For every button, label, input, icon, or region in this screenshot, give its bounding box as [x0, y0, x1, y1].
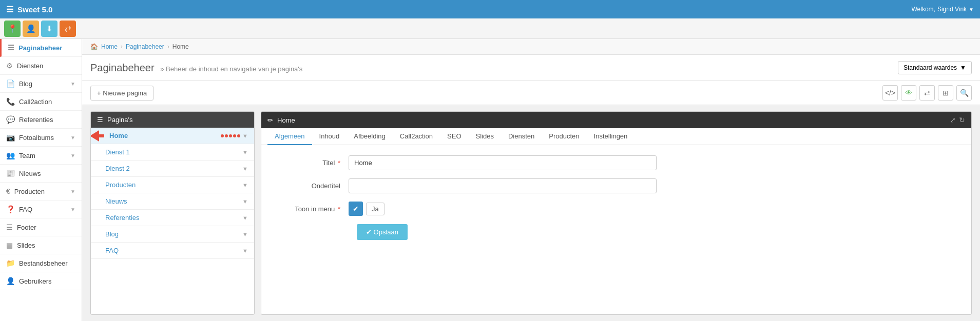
sidebar-item-footer[interactable]: ☰ Footer — [0, 218, 82, 236]
page-item-nieuws[interactable]: Nieuws ▼ — [91, 193, 254, 210]
dienst2-arrow[interactable]: ▼ — [242, 166, 248, 172]
sidebar-item-diensten[interactable]: ⚙ Diensten — [0, 57, 82, 75]
page-item-referenties-label: Referenties — [105, 214, 139, 222]
tab-inhoud[interactable]: Inhoud — [312, 128, 347, 145]
toolbar: + Nieuwe pagina </> 👁 ⇄ ⊞ 🔍 — [82, 81, 980, 105]
content-area: 🏠 Home › Paginabeheer › Home Paginabehee… — [82, 39, 980, 321]
sidebar-item-bestandsbeheer[interactable]: 📁 Bestandsbeheer — [0, 254, 82, 272]
icon-btn-location[interactable]: 📍 — [4, 21, 21, 37]
new-page-label: + Nieuwe pagina — [97, 89, 147, 97]
sidebar-label-paginabeheer: Paginabeheer — [18, 44, 62, 52]
bestandsbeheer-icon: 📁 — [6, 259, 15, 267]
page-item-dienst2-label: Dienst 2 — [105, 165, 130, 172]
form-body: Titel * Ondertitel Toon in menu — [261, 145, 971, 314]
icon-btn-user[interactable]: 👤 — [23, 21, 39, 37]
referenties-arrow[interactable]: ▼ — [242, 215, 248, 221]
sidebar-label-diensten: Diensten — [17, 62, 43, 70]
tab-instellingen[interactable]: Instellingen — [587, 128, 635, 145]
nieuws-arrow[interactable]: ▼ — [242, 198, 248, 205]
sidebar: ☰ Paginabeheer ⚙ Diensten 📄 Blog ▼ 📞 Cal… — [0, 39, 82, 321]
referenties-icon: 💬 — [6, 115, 15, 124]
red-arrow — [91, 130, 104, 142]
page-item-dienst1[interactable]: Dienst 1 ▼ — [91, 144, 254, 161]
user-dropdown-caret[interactable]: ▼ — [969, 7, 974, 12]
sidebar-label-fotoalbums: Fotoalbums — [19, 134, 54, 142]
toon-in-menu-label: Toon in menu * — [277, 205, 349, 213]
breadcrumb-paginabeheer-link[interactable]: Paginabeheer — [126, 43, 164, 50]
icon-btn-share[interactable]: ⇄ — [60, 21, 76, 37]
faq-caret: ▼ — [70, 207, 75, 212]
faq-list-arrow[interactable]: ▼ — [242, 248, 248, 254]
icon-btn-download[interactable]: ⬇ — [41, 21, 57, 37]
sidebar-label-team: Team — [19, 152, 35, 159]
sidebar-item-fotoalbums[interactable]: 📷 Fotoalbums ▼ — [0, 129, 82, 147]
toolbar-tree-btn[interactable]: ⊞ — [938, 85, 953, 101]
panel-refresh-icon[interactable]: ↻ — [959, 116, 965, 124]
sidebar-item-blog[interactable]: 📄 Blog ▼ — [0, 75, 82, 93]
two-panel: ☰ Pagina's Home — [82, 105, 980, 321]
sidebar-label-gebruikers: Gebruikers — [19, 277, 52, 285]
tab-slides[interactable]: Slides — [469, 128, 501, 145]
page-item-nieuws-label: Nieuws — [105, 197, 127, 205]
dot-5 — [237, 134, 240, 137]
pages-header-title: Pagina's — [107, 116, 132, 124]
page-item-producten[interactable]: Producten ▼ — [91, 177, 254, 193]
ondertitel-input[interactable] — [349, 178, 657, 193]
fotoalbums-icon: 📷 — [6, 133, 15, 142]
tab-diensten[interactable]: Diensten — [501, 128, 542, 145]
pages-header-icon: ☰ — [97, 116, 103, 124]
toolbar-share-btn[interactable]: ⇄ — [919, 85, 935, 101]
form-group-titel: Titel * — [277, 155, 956, 170]
tab-seo[interactable]: SEO — [440, 128, 468, 145]
toon-in-menu-checkbox[interactable]: ✔ — [349, 202, 363, 216]
sidebar-item-call2action[interactable]: 📞 Call2action — [0, 93, 82, 111]
page-item-faq[interactable]: FAQ ▼ — [91, 243, 254, 259]
producten-arrow[interactable]: ▼ — [242, 182, 248, 188]
user-greeting-area[interactable]: Welkom, Sigrid Vink ▼ — [912, 6, 974, 13]
toolbar-search-btn[interactable]: 🔍 — [956, 85, 972, 101]
page-item-dienst2[interactable]: Dienst 2 ▼ — [91, 161, 254, 177]
tab-algemeen[interactable]: Algemeen — [267, 128, 312, 145]
tab-producten[interactable]: Producten — [542, 128, 586, 145]
page-item-home[interactable]: Home ▼ — [91, 128, 254, 144]
page-header: Paginabeheer » Beheer de inhoud en navig… — [82, 55, 980, 81]
sidebar-item-nieuws[interactable]: 📰 Nieuws — [0, 165, 82, 183]
edit-panel-header-left: ✏ Home — [267, 116, 295, 124]
tab-afbeelding[interactable]: Afbeelding — [347, 128, 392, 145]
edit-panel: ✏ Home ⤢ ↻ Algemeen Inhoud Afbeelding Ca… — [261, 111, 972, 315]
page-header-left: Paginabeheer » Beheer de inhoud en navig… — [90, 62, 302, 74]
user-name: Sigrid Vink — [937, 6, 967, 13]
panel-expand-icon[interactable]: ⤢ — [950, 116, 956, 124]
sidebar-item-producten[interactable]: € Producten ▼ — [0, 183, 82, 200]
app-title-area: ☰ Sweet 5.0 — [6, 5, 52, 14]
sidebar-item-team[interactable]: 👥 Team ▼ — [0, 147, 82, 165]
sidebar-item-paginabeheer[interactable]: ☰ Paginabeheer — [0, 39, 82, 57]
sidebar-item-slides[interactable]: ▤ Slides — [0, 236, 82, 254]
sidebar-item-faq[interactable]: ❓ FAQ ▼ — [0, 200, 82, 218]
tab-call2action[interactable]: Call2action — [393, 128, 440, 145]
new-page-button[interactable]: + Nieuwe pagina — [90, 86, 153, 101]
dienst1-arrow[interactable]: ▼ — [242, 149, 248, 155]
save-button[interactable]: ✔ Opslaan — [357, 224, 408, 240]
pages-list: Home ▼ — [91, 128, 254, 314]
icon-bar: 📍 👤 ⬇ ⇄ — [0, 18, 980, 39]
titel-input[interactable] — [349, 155, 657, 170]
dot-3 — [229, 134, 232, 137]
toolbar-eye-btn[interactable]: 👁 — [901, 85, 916, 101]
page-item-referenties[interactable]: Referenties ▼ — [91, 210, 254, 226]
sidebar-item-gebruikers[interactable]: 👤 Gebruikers — [0, 272, 82, 290]
page-item-blog[interactable]: Blog ▼ — [91, 226, 254, 243]
sidebar-label-bestandsbeheer: Bestandsbeheer — [19, 259, 68, 267]
page-item-home-wrapper: Home ▼ — [91, 128, 254, 144]
sidebar-item-referenties[interactable]: 💬 Referenties — [0, 111, 82, 129]
toolbar-code-btn[interactable]: </> — [882, 85, 898, 101]
home-dropdown-arrow[interactable]: ▼ — [242, 133, 248, 139]
titel-label: Titel * — [277, 159, 349, 167]
edit-pencil-icon: ✏ — [267, 116, 273, 124]
blog-arrow[interactable]: ▼ — [242, 231, 248, 237]
breadcrumb-home-link[interactable]: Home — [101, 43, 118, 50]
team-caret: ▼ — [70, 153, 75, 158]
standaard-waardes-dropdown[interactable]: Standaard waardes ▼ — [898, 61, 972, 74]
sidebar-label-call2action: Call2action — [19, 98, 52, 106]
dropdown-caret: ▼ — [960, 64, 966, 71]
